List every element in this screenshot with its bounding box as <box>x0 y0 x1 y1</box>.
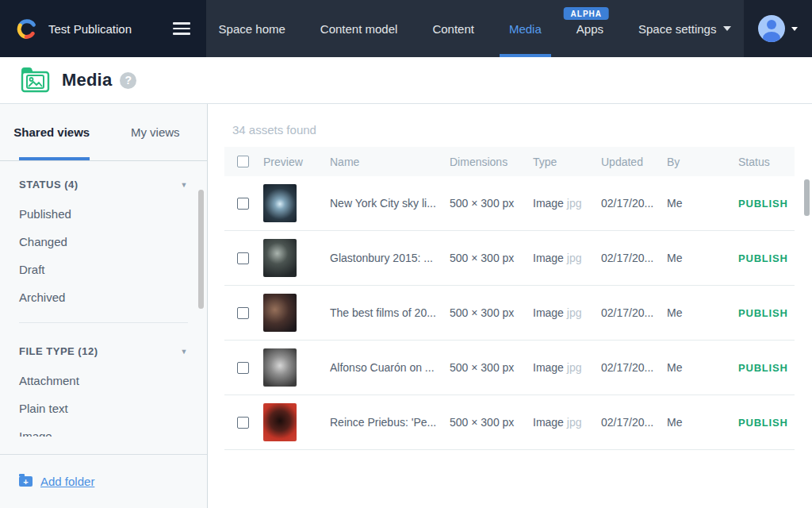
chevron-down-icon <box>723 26 731 31</box>
collapse-triangle-icon: ▼ <box>181 181 188 189</box>
table-row[interactable]: Alfonso Cuarón on ... 500 × 300 px Image… <box>224 341 795 395</box>
nav-item-media[interactable]: Media <box>509 0 542 57</box>
space-switcher[interactable]: Test Publication <box>0 0 206 57</box>
asset-thumbnail <box>263 348 297 387</box>
collapse-triangle-icon: ▼ <box>181 348 188 356</box>
avatar <box>758 15 785 42</box>
nav-item-space-settings-label: Space settings <box>638 22 716 36</box>
row-checkbox[interactable] <box>237 252 249 264</box>
assets-count: 34 assets found <box>232 123 316 137</box>
asset-updated: 02/17/20... <box>601 361 667 374</box>
asset-by: Me <box>667 361 738 374</box>
status-badge: PUBLISH <box>738 417 795 429</box>
asset-type: Image jpg <box>533 416 601 429</box>
assets-main-panel: 34 assets found Preview Name Dimensions … <box>209 104 812 508</box>
help-icon[interactable]: ? <box>120 72 136 89</box>
nav-item-apps-label: Apps <box>576 22 603 36</box>
sidebar-scrollbar[interactable] <box>198 190 204 309</box>
asset-thumbnail <box>263 184 297 222</box>
asset-type: Image jpg <box>533 361 601 374</box>
asset-by: Me <box>667 197 738 210</box>
asset-name: Reince Priebus: 'Pe... <box>330 416 450 429</box>
asset-by: Me <box>667 306 738 319</box>
alpha-badge: ALPHA <box>564 7 609 20</box>
sidebar-item-plain-text[interactable]: Plain text <box>19 394 188 422</box>
asset-thumbnail <box>263 403 297 441</box>
asset-updated: 02/17/20... <box>601 416 667 429</box>
nav-item-content-model[interactable]: Content model <box>320 0 398 57</box>
sidebar-item-draft[interactable]: Draft <box>19 256 188 283</box>
asset-dimensions: 500 × 300 px <box>450 416 533 429</box>
status-badge: PUBLISH <box>738 362 795 374</box>
asset-name: The best films of 20... <box>330 306 450 319</box>
asset-by: Me <box>667 252 738 264</box>
asset-type: Image jpg <box>533 306 601 319</box>
media-folder-icon <box>20 66 52 94</box>
sidebar-item-changed[interactable]: Changed <box>19 228 188 256</box>
tab-shared-views[interactable]: Shared views <box>0 104 104 160</box>
assets-table: Preview Name Dimensions Type Updated By … <box>224 147 795 450</box>
chevron-down-icon <box>791 27 798 31</box>
table-row[interactable]: Reince Priebus: 'Pe... 500 × 300 px Imag… <box>224 395 795 450</box>
row-checkbox[interactable] <box>237 198 249 210</box>
add-folder-label: Add folder <box>40 475 94 488</box>
top-navbar: Test Publication Space home Content mode… <box>0 0 812 57</box>
nav-item-apps[interactable]: ALPHA Apps <box>576 0 603 57</box>
col-by: By <box>667 156 738 168</box>
tab-my-views[interactable]: My views <box>104 104 208 160</box>
table-row[interactable]: Glastonbury 2015: ... 500 × 300 px Image… <box>224 231 795 286</box>
sidebar-item-archived[interactable]: Archived <box>19 283 188 311</box>
nav-item-space-settings[interactable]: Space settings <box>638 0 731 57</box>
row-checkbox[interactable] <box>237 417 249 429</box>
row-checkbox[interactable] <box>237 307 249 319</box>
asset-dimensions: 500 × 300 px <box>450 252 533 264</box>
asset-name: Alfonso Cuarón on ... <box>330 361 450 374</box>
status-section-title: STATUS (4) <box>19 179 79 190</box>
table-header-row: Preview Name Dimensions Type Updated By … <box>224 147 795 176</box>
asset-name: New York City sky li... <box>330 197 450 210</box>
status-section: STATUS (4) ▼ Published Changed Draft Arc… <box>0 161 207 328</box>
asset-dimensions: 500 × 300 px <box>450 361 533 374</box>
asset-type: Image jpg <box>533 252 601 264</box>
hamburger-menu-icon[interactable] <box>173 22 190 35</box>
col-preview: Preview <box>263 156 330 168</box>
col-updated: Updated <box>601 156 667 168</box>
status-badge: PUBLISH <box>738 252 795 264</box>
asset-updated: 02/17/20... <box>601 197 667 210</box>
views-sidebar: Shared views My views STATUS (4) ▼ Publi… <box>0 104 208 508</box>
asset-type: Image jpg <box>533 197 601 210</box>
asset-by: Me <box>667 416 738 429</box>
sidebar-item-attachment[interactable]: Attachment <box>19 367 188 394</box>
col-type: Type <box>533 156 601 168</box>
table-row[interactable]: New York City sky li... 500 × 300 px Ima… <box>224 176 795 231</box>
nav-item-content[interactable]: Content <box>432 0 474 57</box>
status-badge: PUBLISH <box>738 198 795 210</box>
page-title: Media <box>62 70 112 90</box>
select-all-checkbox[interactable] <box>237 156 249 167</box>
views-tabs: Shared views My views <box>0 104 207 161</box>
file-type-section-header[interactable]: FILE TYPE (12) ▼ <box>19 345 188 357</box>
sidebar-item-published[interactable]: Published <box>19 200 188 228</box>
page-header: Media ? status Published Filter Save as … <box>0 57 812 104</box>
file-type-section-title: FILE TYPE (12) <box>19 345 98 357</box>
asset-updated: 02/17/20... <box>601 306 667 319</box>
nav-item-space-home[interactable]: Space home <box>219 0 285 57</box>
add-folder-link[interactable]: Add folder <box>19 475 94 488</box>
asset-dimensions: 500 × 300 px <box>450 197 533 210</box>
row-checkbox[interactable] <box>237 362 249 374</box>
asset-thumbnail <box>263 239 297 277</box>
status-section-header[interactable]: STATUS (4) ▼ <box>19 179 188 190</box>
add-folder-bar: Add folder <box>0 454 207 508</box>
col-name: Name <box>330 156 450 168</box>
col-status: Status <box>738 156 795 168</box>
asset-dimensions: 500 × 300 px <box>450 306 533 319</box>
asset-updated: 02/17/20... <box>601 252 667 264</box>
sidebar-item-image[interactable]: Image <box>19 422 188 437</box>
table-row[interactable]: The best films of 20... 500 × 300 px Ima… <box>224 286 795 341</box>
table-scrollbar[interactable] <box>804 179 810 216</box>
status-badge: PUBLISH <box>738 307 795 319</box>
col-dimensions: Dimensions <box>450 156 533 168</box>
account-menu[interactable] <box>744 0 812 57</box>
add-folder-icon <box>19 476 33 487</box>
asset-thumbnail <box>263 294 297 332</box>
